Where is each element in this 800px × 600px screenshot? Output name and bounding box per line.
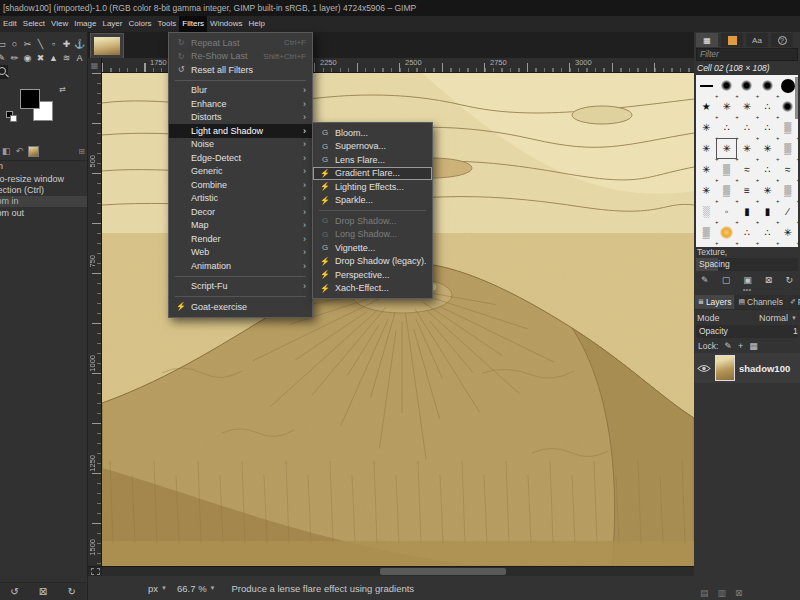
lock-position-icon[interactable]: + bbox=[738, 341, 743, 351]
spacing-slider[interactable]: Spacing bbox=[696, 258, 798, 271]
brush-cell[interactable] bbox=[737, 75, 757, 96]
undo-icon[interactable]: ↺ bbox=[10, 586, 18, 597]
mode-select[interactable]: Normal bbox=[759, 313, 788, 323]
duplicate-brush-icon[interactable]: ▣ bbox=[743, 275, 752, 285]
brush-cell[interactable]: ✳ bbox=[757, 180, 777, 201]
crop-tool-icon[interactable]: ▫ bbox=[47, 37, 60, 51]
menubar-item-view[interactable]: View bbox=[48, 16, 71, 32]
submenu-item-gradient-flare[interactable]: ⚡Gradient Flare... bbox=[313, 167, 432, 181]
filters-menu-item-reset-all-filters[interactable]: ↺Reset all Filters bbox=[169, 63, 312, 77]
unit-select[interactable]: px ▼ bbox=[146, 582, 169, 595]
dock-resize-handle[interactable]: ••• bbox=[694, 288, 800, 295]
brush-cell[interactable]: ∴ bbox=[757, 222, 777, 243]
submenu-item-vignette[interactable]: GVignette... bbox=[313, 241, 432, 255]
brush-cell[interactable] bbox=[757, 75, 777, 96]
filters-menu-item-script-fu[interactable]: Script-Fu› bbox=[169, 280, 312, 294]
submenu-item-drop-shadow[interactable]: GDrop Shadow... bbox=[313, 214, 432, 228]
brush-cell[interactable] bbox=[696, 75, 716, 96]
filters-menu-item-artistic[interactable]: Artistic› bbox=[169, 192, 312, 206]
new-brush-icon[interactable]: ▢ bbox=[722, 275, 731, 285]
submenu-item-bloom[interactable]: GBloom... bbox=[313, 126, 432, 140]
image-tab[interactable] bbox=[90, 33, 124, 58]
filters-menu-item-blur[interactable]: Blur› bbox=[169, 84, 312, 98]
layer-name[interactable]: shadow100 bbox=[739, 363, 790, 374]
submenu-item-drop-shadow-legacy[interactable]: ⚡Drop Shadow (legacy)... bbox=[313, 255, 432, 269]
menubar-item-colors[interactable]: Colors bbox=[125, 16, 154, 32]
submenu-item-supernova[interactable]: GSupernova... bbox=[313, 140, 432, 154]
brush-cell[interactable]: ▒ bbox=[716, 180, 736, 201]
brush-cell[interactable]: ▒ bbox=[778, 117, 798, 138]
filters-menu-item-re-show-last[interactable]: ↻Re-Show LastShift+Ctrl+F bbox=[169, 50, 312, 64]
tab-layers[interactable]: ≣Layers bbox=[695, 295, 734, 309]
delete-brush-icon[interactable]: ⊠ bbox=[765, 275, 773, 285]
filters-menu-item-combine[interactable]: Combine› bbox=[169, 178, 312, 192]
brush-cell[interactable] bbox=[716, 222, 736, 243]
image-menu-icon[interactable]: ◧ bbox=[2, 146, 11, 156]
tab-channels[interactable]: ▤Channels bbox=[735, 295, 786, 309]
filters-menu-item-map[interactable]: Map› bbox=[169, 219, 312, 233]
layer-row[interactable]: shadow100 bbox=[694, 353, 800, 383]
menubar-item-help[interactable]: Help bbox=[246, 16, 268, 32]
horizontal-scrollbar[interactable] bbox=[102, 567, 694, 576]
brush-cell[interactable]: ▒ bbox=[778, 180, 798, 201]
brush-cell[interactable]: ✳ bbox=[716, 96, 736, 117]
swap-colors-icon[interactable]: ⇄ bbox=[59, 85, 66, 94]
menubar-item-edit[interactable]: Edit bbox=[0, 16, 20, 32]
brush-cell[interactable] bbox=[716, 75, 736, 96]
eraser-tool-icon[interactable]: ✖ bbox=[34, 51, 47, 65]
filters-menu-item-goat-exercise[interactable]: ⚡Goat-exercise bbox=[169, 300, 312, 314]
brush-cell[interactable]: ★ bbox=[696, 96, 716, 117]
brush-cell[interactable]: ✳ bbox=[696, 159, 716, 180]
brush-cell[interactable]: ▒ bbox=[716, 159, 736, 180]
image-thumbnail[interactable] bbox=[28, 146, 39, 157]
dialog-tab-fonts[interactable]: Aa bbox=[746, 33, 768, 47]
filters-menu-item-animation[interactable]: Animation› bbox=[169, 259, 312, 273]
brush-cell[interactable]: ▒ bbox=[778, 138, 798, 159]
menubar-item-tools[interactable]: Tools bbox=[155, 16, 180, 32]
layer-visibility-eye-icon[interactable] bbox=[697, 364, 711, 373]
new-layer-icon[interactable]: ▤ bbox=[700, 588, 709, 598]
menubar-item-select[interactable]: Select bbox=[20, 16, 48, 32]
dialog-tab-document-history[interactable]: ? bbox=[771, 33, 793, 47]
filters-menu-item-decor[interactable]: Decor› bbox=[169, 205, 312, 219]
redo-icon[interactable]: ↻ bbox=[67, 586, 75, 597]
filters-menu-item-generic[interactable]: Generic› bbox=[169, 165, 312, 179]
brush-cell[interactable]: ✳ bbox=[757, 138, 777, 159]
submenu-item-perspective[interactable]: ⚡Perspective... bbox=[313, 268, 432, 282]
paintbrush-tool-icon[interactable]: ✏ bbox=[8, 51, 21, 65]
zoom-select[interactable]: 66.7 % ▼ bbox=[175, 582, 218, 595]
menubar-item-image[interactable]: Image bbox=[71, 16, 99, 32]
refresh-brushes-icon[interactable]: ↻ bbox=[785, 275, 793, 285]
filters-menu-item-enhance[interactable]: Enhance› bbox=[169, 97, 312, 111]
delete-layer-icon[interactable]: ⊠ bbox=[735, 588, 743, 598]
duplicate-layer-icon[interactable]: ▥ bbox=[718, 588, 727, 598]
filters-menu-item-light-and-shadow[interactable]: Light and Shadow› bbox=[169, 124, 312, 138]
dialog-tab-patterns[interactable] bbox=[721, 33, 743, 47]
edit-brush-icon[interactable]: ✎ bbox=[701, 275, 709, 285]
smudge-tool-icon[interactable]: ≋ bbox=[60, 51, 73, 65]
opacity-slider[interactable]: Opacity 100.0 bbox=[696, 325, 798, 338]
auto-resize-window-checkbox[interactable]: Auto-resize window bbox=[0, 174, 87, 185]
submenu-item-xach-effect[interactable]: ⚡Xach-Effect... bbox=[313, 282, 432, 296]
zoom-in-radio[interactable]: Zoom in bbox=[0, 196, 87, 207]
brush-cell[interactable]: ✳ bbox=[696, 180, 716, 201]
delete-icon[interactable]: ⊠ bbox=[39, 586, 47, 597]
lock-pixels-icon[interactable]: ✎ bbox=[724, 341, 732, 351]
brush-cell[interactable]: ✳ bbox=[716, 138, 736, 159]
brush-cell[interactable]: ∕ bbox=[778, 201, 798, 222]
brush-cell[interactable]: ≈ bbox=[737, 159, 757, 180]
brush-cell[interactable]: ▮ bbox=[737, 201, 757, 222]
lock-alpha-icon[interactable]: ▦ bbox=[749, 341, 758, 351]
brush-cell[interactable]: ✳ bbox=[696, 138, 716, 159]
zoom-tool-icon[interactable] bbox=[0, 65, 8, 79]
ellipse-select-tool-icon[interactable]: ○ bbox=[8, 37, 21, 51]
submenu-item-lighting-effects[interactable]: ⚡Lighting Effects... bbox=[313, 180, 432, 194]
default-colors-icon[interactable] bbox=[6, 111, 17, 122]
zoom-out-radio[interactable]: Zoom out bbox=[0, 208, 87, 219]
brush-cell[interactable]: ∴ bbox=[757, 96, 777, 117]
quick-mask-toggle[interactable] bbox=[88, 567, 102, 576]
brush-cell[interactable]: ◦ bbox=[716, 201, 736, 222]
measure-tool-icon[interactable]: ╲ bbox=[34, 37, 47, 51]
brush-cell[interactable]: ∴ bbox=[716, 117, 736, 138]
layer-thumbnail[interactable] bbox=[715, 355, 735, 381]
